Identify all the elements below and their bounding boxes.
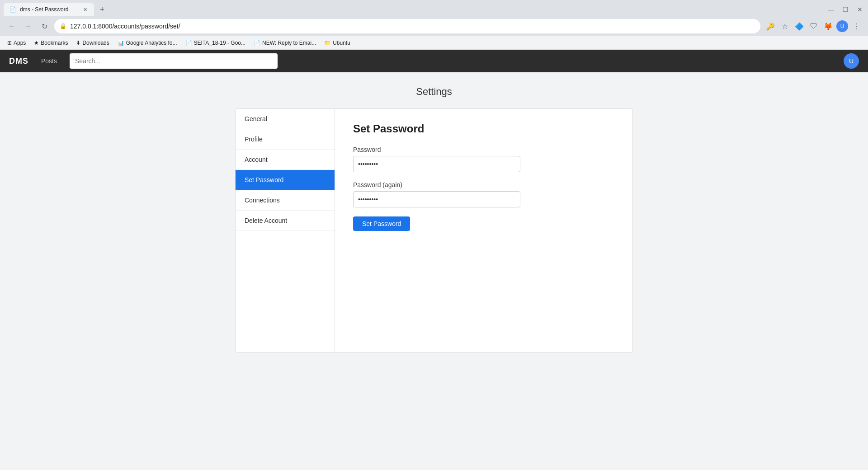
address-bar[interactable]: 🔒 127.0.0.1:8000/accounts/password/set/ [54, 19, 760, 33]
password-again-label: Password (again) [353, 181, 614, 188]
new-tab-button[interactable]: + [96, 3, 108, 16]
search-input[interactable] [70, 53, 278, 69]
sidebar-item-account[interactable]: Account [236, 150, 335, 170]
browser-titlebar: 📄 dms - Set Password ✕ + — ❐ ✕ [0, 0, 868, 16]
form-title: Set Password [353, 122, 614, 135]
password-again-group: Password (again) [353, 181, 614, 207]
bookmark-bookmarks[interactable]: ★ Bookmarks [30, 38, 71, 47]
page-content: Settings General Profile Account Set Pas… [0, 72, 868, 366]
folder-icon: 📁 [324, 40, 331, 46]
browser-extension1-icon[interactable]: 🔷 [793, 20, 806, 33]
bookmark-ubuntu-label: Ubuntu [333, 40, 350, 46]
settings-sidebar: General Profile Account Set Password Con… [236, 109, 335, 352]
password-group: Password [353, 146, 614, 172]
browser-chrome: 📄 dms - Set Password ✕ + — ❐ ✕ ← → ↻ 🔒 1… [0, 0, 868, 50]
posts-nav-link[interactable]: Posts [38, 56, 61, 66]
bookmark-apps[interactable]: ⊞ Apps [4, 38, 29, 47]
password-again-input[interactable] [353, 191, 520, 207]
url-text: 127.0.0.1:8000/accounts/password/set/ [70, 23, 755, 30]
browser-tab[interactable]: 📄 dms - Set Password ✕ [4, 3, 94, 16]
bookmark-analytics[interactable]: 📊 Google Analytics fo... [114, 38, 181, 47]
top-nav: DMS Posts U [0, 50, 868, 72]
restore-button[interactable]: ❐ [841, 5, 850, 14]
password-label: Password [353, 146, 614, 153]
user-avatar[interactable]: U [844, 53, 859, 69]
close-button[interactable]: ✕ [855, 5, 864, 14]
apps-icon: ⊞ [7, 40, 12, 46]
bookmark-analytics-label: Google Analytics fo... [126, 40, 177, 46]
browser-addressbar: ← → ↻ 🔒 127.0.0.1:8000/accounts/password… [0, 16, 868, 36]
star-icon: ★ [34, 40, 39, 46]
bookmark-downloads-label: Downloads [82, 40, 109, 46]
forward-button[interactable]: → [22, 20, 34, 33]
email-icon: 📄 [254, 40, 260, 46]
set-password-button[interactable]: Set Password [353, 216, 410, 231]
tab-title: dms - Set Password [20, 6, 78, 13]
bookmark-bookmarks-label: Bookmarks [41, 40, 68, 46]
bookmark-ubuntu[interactable]: 📁 Ubuntu [321, 38, 354, 47]
bookmark-seita-label: SEITA_18-19 - Goo... [194, 40, 246, 46]
tab-favicon-icon: 📄 [9, 6, 16, 13]
browser-menu-icon[interactable]: ⋮ [850, 20, 863, 33]
bookmarks-bar: ⊞ Apps ★ Bookmarks ⬇ Downloads 📊 Google … [0, 36, 868, 50]
settings-layout: General Profile Account Set Password Con… [235, 108, 633, 352]
lock-icon: 🔒 [60, 23, 66, 29]
window-controls: — ❐ ✕ [826, 5, 864, 14]
bookmark-reply[interactable]: 📄 NEW: Reply to Emai... [250, 38, 320, 47]
bookmark-apps-label: Apps [14, 40, 26, 46]
browser-extension3-icon[interactable]: 🦊 [822, 20, 835, 33]
sidebar-item-delete-account[interactable]: Delete Account [236, 211, 335, 231]
app-wrapper: DMS Posts U Settings General Profile Acc… [0, 50, 868, 470]
bookmark-downloads[interactable]: ⬇ Downloads [72, 38, 113, 47]
settings-main: Set Password Password Password (again) S… [335, 109, 632, 352]
sidebar-item-connections[interactable]: Connections [236, 190, 335, 211]
page-title: Settings [416, 86, 452, 98]
avatar-initials: U [849, 57, 854, 65]
tab-close-button[interactable]: ✕ [81, 6, 89, 13]
browser-extension2-icon[interactable]: 🛡 [807, 20, 820, 33]
extensions-icon[interactable]: 🔑 [764, 20, 777, 33]
sidebar-item-general[interactable]: General [236, 109, 335, 129]
reload-button[interactable]: ↻ [38, 20, 51, 33]
minimize-button[interactable]: — [826, 5, 835, 14]
doc-icon: 📄 [185, 40, 192, 46]
back-button[interactable]: ← [5, 20, 18, 33]
password-input[interactable] [353, 156, 520, 172]
download-icon: ⬇ [76, 40, 80, 46]
sidebar-item-set-password[interactable]: Set Password [236, 170, 335, 190]
analytics-icon: 📊 [118, 40, 124, 46]
bookmark-seita[interactable]: 📄 SEITA_18-19 - Goo... [182, 38, 250, 47]
bookmark-star-icon[interactable]: ☆ [778, 20, 791, 33]
browser-profile-avatar[interactable]: U [836, 20, 848, 32]
browser-menu-icons: 🔑 ☆ 🔷 🛡 🦊 U ⋮ [764, 20, 863, 33]
sidebar-item-profile[interactable]: Profile [236, 129, 335, 150]
bookmark-reply-label: NEW: Reply to Emai... [262, 40, 316, 46]
brand-logo: DMS [9, 56, 28, 66]
